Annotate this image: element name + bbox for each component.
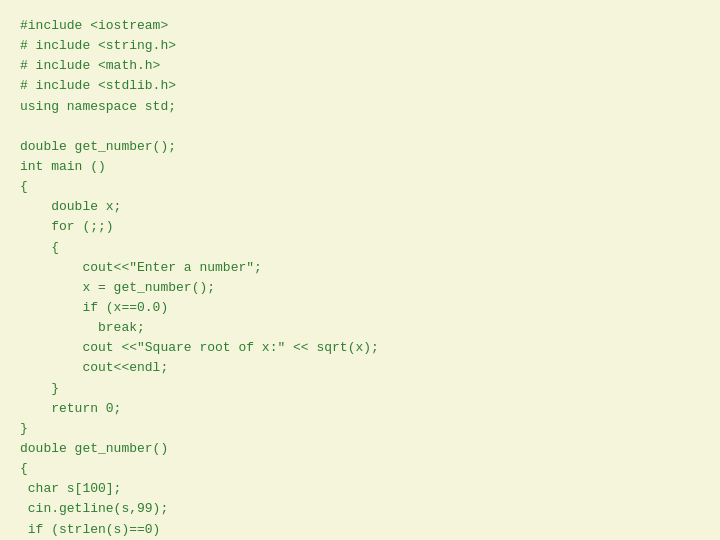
code-editor: #include <iostream> # include <string.h>… <box>0 0 720 540</box>
